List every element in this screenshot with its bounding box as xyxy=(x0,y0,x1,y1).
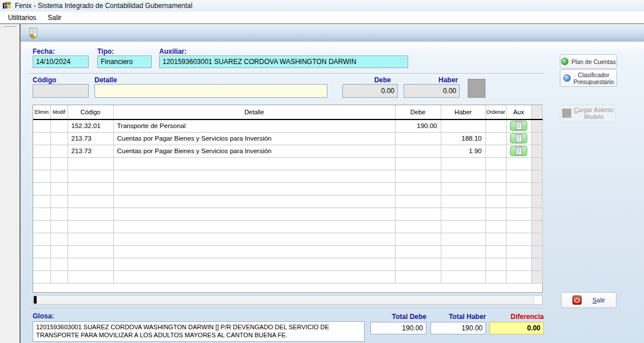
fecha-field[interactable]: 14/10/2024 xyxy=(33,55,89,68)
salir-button[interactable]: Salir xyxy=(561,292,617,308)
codigo-input[interactable] xyxy=(33,84,89,98)
total-haber-label: Total Haber xyxy=(430,313,486,321)
empty-grid-row[interactable] xyxy=(33,182,542,195)
cell-haber: 188.10 xyxy=(441,132,485,145)
entry-row[interactable]: 213.73 Cuentas por Pagar Bienes y Servic… xyxy=(33,132,542,145)
plan-de-cuentas-button[interactable]: Plan de Cuentas xyxy=(560,54,617,69)
detalle-label: Detalle xyxy=(94,76,117,84)
cell-elimin[interactable] xyxy=(33,132,50,145)
cargar-asiento-modelo-button[interactable]: Cargar Asiento Modelo xyxy=(560,105,616,122)
gray-square-icon xyxy=(562,109,571,118)
col-modif: Modif xyxy=(50,105,68,119)
cell-debe xyxy=(395,145,441,157)
cell-modif[interactable] xyxy=(50,132,68,145)
fecha-label: Fecha: xyxy=(33,47,55,55)
cell-codigo: 152.32.01 xyxy=(68,119,113,132)
empty-grid-row[interactable] xyxy=(33,170,542,182)
cell-ordenar[interactable] xyxy=(485,119,506,132)
left-splitter-panel[interactable] xyxy=(0,24,21,343)
empty-grid-row[interactable] xyxy=(33,258,542,270)
auxiliar-label: Auxiliar: xyxy=(159,47,187,55)
aux-button[interactable] xyxy=(510,133,527,143)
clasificador-presupuestario-button[interactable]: Clasificador Presupuestario xyxy=(560,69,617,87)
haber-input[interactable]: 0.00 xyxy=(404,84,460,98)
menu-utilitarios[interactable]: Utilitarios xyxy=(3,13,41,23)
scrollbar-end-box[interactable] xyxy=(534,296,542,304)
empty-grid-row[interactable] xyxy=(33,220,542,233)
separator-top xyxy=(29,73,544,74)
col-elimin: Elimin xyxy=(33,105,50,119)
windows-logo-icon xyxy=(2,1,11,10)
tipo-field[interactable]: Financiero xyxy=(97,55,152,68)
empty-grid-row[interactable] xyxy=(33,208,542,220)
aux-button[interactable] xyxy=(510,121,527,131)
new-entry-button[interactable] xyxy=(26,26,40,40)
cell-debe: 190.00 xyxy=(395,119,441,132)
application-window: Fenix - Sistema Integrado de Contabilida… xyxy=(0,0,644,343)
separator-bottom xyxy=(29,309,544,310)
col-detalle: Detalle xyxy=(113,105,395,119)
debe-input[interactable]: 0.00 xyxy=(342,84,398,98)
blue-sphere-icon xyxy=(563,74,571,82)
title-bar: Fenix - Sistema Integrado de Contabilida… xyxy=(0,0,644,11)
cell-aux xyxy=(506,132,531,145)
grid-header-row: Elimin Modif Código Detalle Debe Haber O… xyxy=(33,105,542,119)
glosa-textarea[interactable]: 1201593603001 SUAREZ CORDOVA WASHINGTON … xyxy=(33,321,365,342)
empty-grid-row[interactable] xyxy=(33,195,542,208)
cell-ordenar[interactable] xyxy=(485,132,506,145)
cell-detalle: Cuentas por Pagar Bienes y Servicios par… xyxy=(113,132,395,145)
glosa-label: Glosa: xyxy=(33,312,54,320)
cell-codigo: 213.73 xyxy=(68,145,113,157)
debe-label: Debe xyxy=(342,76,391,84)
cargar-asiento-label: Cargar Asiento Modelo xyxy=(574,106,614,120)
diferencia-field: 0.00 xyxy=(489,322,544,334)
cell-codigo: 213.73 xyxy=(68,132,113,145)
diferencia-label: Diferencia xyxy=(489,313,544,321)
window-title: Fenix - Sistema Integrado de Contabilida… xyxy=(15,2,192,10)
total-haber-field: 190.00 xyxy=(430,322,486,334)
empty-grid-row[interactable] xyxy=(33,270,542,283)
cell-aux xyxy=(506,119,531,132)
menu-bar: Utilitarios Salir xyxy=(0,11,644,24)
scrollbar-thumb[interactable] xyxy=(34,296,37,304)
grid-body: 152.32.01 Transporte de Personal 190.00 xyxy=(33,119,542,283)
col-codigo: Código xyxy=(68,105,113,119)
document-icon xyxy=(516,147,522,155)
col-debe: Debe xyxy=(395,105,441,119)
col-haber: Haber xyxy=(441,105,485,119)
total-debe-label: Total Debe xyxy=(370,313,426,321)
col-aux: Aux xyxy=(506,105,531,119)
plan-de-cuentas-label: Plan de Cuentas xyxy=(571,58,616,65)
cell-filler xyxy=(531,132,542,145)
empty-grid-row[interactable] xyxy=(33,245,542,258)
cell-elimin[interactable] xyxy=(33,119,50,132)
cell-modif[interactable] xyxy=(50,145,68,157)
clasificador-label: Clasificador Presupuestario xyxy=(574,71,614,85)
salir-label: Salir xyxy=(592,297,605,304)
cell-ordenar[interactable] xyxy=(485,145,506,157)
entry-row[interactable]: 152.32.01 Transporte de Personal 190.00 xyxy=(33,119,542,132)
grid-horizontal-scrollbar[interactable] xyxy=(33,295,543,305)
aux-button[interactable] xyxy=(510,146,527,156)
cell-haber: 1.90 xyxy=(441,145,485,157)
main-content: Fecha: 14/10/2024 Tipo: Financiero Auxil… xyxy=(21,42,644,343)
auxiliar-field[interactable]: 1201593603001 SUAREZ CORDOVA WASHINGTON … xyxy=(159,55,408,68)
cell-elimin[interactable] xyxy=(33,145,50,157)
empty-grid-row[interactable] xyxy=(33,233,542,245)
green-sphere-icon xyxy=(561,58,568,65)
entry-row[interactable]: 213.73 Cuentas por Pagar Bienes y Servic… xyxy=(33,145,542,157)
entries-grid: Elimin Modif Código Detalle Debe Haber O… xyxy=(33,105,543,293)
empty-grid-row[interactable] xyxy=(33,157,542,170)
cell-filler xyxy=(531,119,542,132)
col-filler xyxy=(531,105,542,119)
journal-entry-icon xyxy=(28,27,38,39)
cell-aux xyxy=(506,145,531,157)
tipo-label: Tipo: xyxy=(97,47,114,55)
cell-detalle: Cuentas por Pagar Bienes y Servicios par… xyxy=(113,145,395,157)
add-line-button[interactable] xyxy=(468,79,485,98)
menu-salir[interactable]: Salir xyxy=(43,13,66,23)
cell-filler xyxy=(531,145,542,157)
cell-modif[interactable] xyxy=(50,119,68,132)
splitter-grip[interactable] xyxy=(3,26,16,27)
detalle-input[interactable] xyxy=(94,84,327,98)
